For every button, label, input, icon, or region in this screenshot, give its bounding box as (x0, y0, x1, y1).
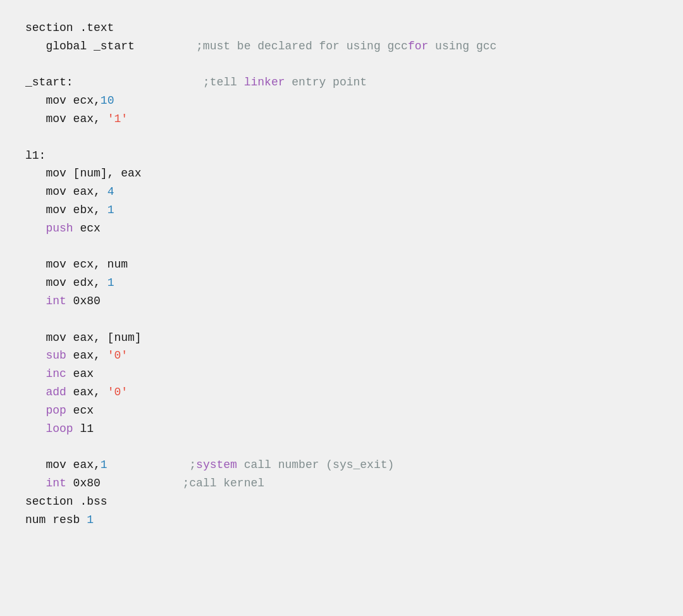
normal-token (25, 404, 46, 417)
normal-token (25, 477, 46, 490)
normal-token (25, 349, 46, 362)
keyword-token: push (46, 222, 73, 235)
normal-token: eax, (66, 386, 108, 398)
normal-token: mov eax, [num] (25, 331, 142, 344)
normal-token: ecx (73, 222, 101, 235)
number-token: 1 (108, 204, 114, 216)
string-token: '0' (108, 349, 128, 362)
code-line (25, 238, 658, 256)
comment-token: call number (sys_exit) (237, 459, 394, 471)
normal-token: mov eax, (25, 459, 101, 471)
number-token: 1 (101, 459, 108, 471)
code-line: mov ebx, 1 (25, 201, 658, 219)
normal-token: mov edx, (25, 276, 108, 289)
normal-token: 0x80 (66, 295, 101, 307)
code-line (25, 311, 658, 329)
code-line: _start: ;tell linker entry point (25, 73, 658, 92)
code-line: int 0x80 (25, 292, 658, 311)
code-line: push ecx (25, 219, 658, 238)
number-token: 4 (108, 185, 114, 198)
code-line: section .bss (25, 493, 658, 511)
normal-token: mov [num], eax (25, 167, 142, 180)
code-line: mov ecx,10 (25, 92, 658, 110)
code-line (25, 438, 658, 456)
number-token: 10 (101, 94, 114, 107)
keyword-token: int (46, 477, 66, 490)
code-line (25, 56, 658, 74)
comment-token: ;must be declared for using gcc (196, 40, 408, 52)
normal-token (25, 295, 46, 307)
string-token: '1' (108, 113, 128, 125)
normal-token: global _start (25, 40, 196, 52)
comment-token: entry point (285, 76, 367, 89)
comment-token: ; (189, 459, 196, 471)
normal-token: num resb (25, 514, 87, 526)
normal-token (25, 222, 46, 235)
comment-token: ;call kernel (182, 477, 264, 490)
normal-token: mov ecx, num (25, 258, 128, 271)
normal-token (25, 386, 46, 398)
code-line (25, 128, 658, 147)
comment-token: ;tell (203, 76, 244, 89)
keyword-token: int (46, 295, 66, 307)
code-line: pop ecx (25, 402, 658, 420)
code-line: loop l1 (25, 420, 658, 438)
code-line: mov [num], eax (25, 164, 658, 183)
normal-token: ecx (66, 404, 94, 417)
normal-token: eax, (66, 349, 108, 362)
keyword-token: pop (46, 404, 66, 417)
normal-token: mov ecx, (25, 94, 101, 107)
code-container: section .text global _start ;must be dec… (25, 19, 658, 529)
number-token: 1 (87, 514, 94, 526)
normal-token: section .bss (25, 495, 108, 508)
code-line: mov edx, 1 (25, 274, 658, 292)
number-token: 1 (108, 276, 114, 289)
normal-token: _start: (25, 76, 203, 89)
code-line: mov eax, 4 (25, 183, 658, 201)
code-line: mov ecx, num (25, 256, 658, 274)
comment-token: using gcc (428, 40, 496, 52)
normal-token (108, 459, 190, 471)
normal-token: mov eax, (25, 185, 108, 198)
code-line: add eax, '0' (25, 383, 658, 402)
keyword-token: inc (46, 367, 66, 380)
normal-token (25, 422, 46, 435)
code-line: mov eax, '1' (25, 110, 658, 128)
code-line: mov eax,1 ;system call number (sys_exit) (25, 456, 658, 474)
normal-token: l1: (25, 149, 46, 162)
comment-keyword-token: system (196, 459, 237, 471)
normal-token: mov eax, (25, 113, 108, 125)
code-line: section .text (25, 19, 658, 37)
comment-keyword-token: for (408, 40, 428, 52)
normal-token: mov ebx, (25, 204, 108, 216)
normal-token (25, 367, 46, 380)
code-line: global _start ;must be declared for usin… (25, 37, 658, 56)
normal-token: eax (66, 367, 94, 380)
keyword-token: add (46, 386, 66, 398)
code-line: num resb 1 (25, 511, 658, 529)
code-line: mov eax, [num] (25, 329, 658, 347)
string-token: '0' (108, 386, 128, 398)
code-line: inc eax (25, 365, 658, 383)
code-line: sub eax, '0' (25, 347, 658, 365)
keyword-token: loop (46, 422, 73, 435)
keyword-token: sub (46, 349, 66, 362)
comment-keyword-token: linker (244, 76, 285, 89)
code-line: int 0x80 ;call kernel (25, 474, 658, 493)
code-line: l1: (25, 147, 658, 165)
normal-token: 0x80 (66, 477, 183, 490)
normal-token: l1 (73, 422, 94, 435)
normal-token: section .text (25, 22, 114, 34)
